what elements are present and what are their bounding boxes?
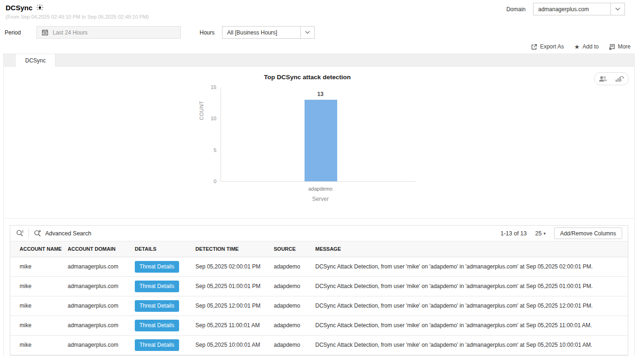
y-tick: 5: [203, 147, 216, 153]
column-header-account-name[interactable]: ACCOUNT NAME: [10, 241, 68, 257]
period-value: Last 24 Hours: [53, 29, 88, 36]
cell-account-domain: admanagerplus.com: [68, 296, 135, 316]
cell-account-name: mike: [10, 296, 68, 316]
table-toolbar: Advanced Search 1-13 of 13 25 ▾ Add/Remo…: [10, 226, 628, 241]
export-as-button[interactable]: Export As: [531, 43, 564, 50]
tab-label: DCSync: [25, 57, 46, 64]
y-tick: 10: [203, 116, 216, 121]
x-axis-title: Server: [304, 196, 337, 202]
more-icon: [609, 44, 615, 50]
star-icon: ★: [574, 44, 580, 50]
chart-view-toggle: [594, 72, 629, 85]
domain-selected-value: admanagerplus.com: [534, 3, 610, 15]
chart-refresh-view-button[interactable]: [611, 73, 628, 85]
threat-details-button[interactable]: Threat Details: [135, 320, 179, 331]
users-icon: [598, 76, 608, 82]
cell-account-domain: admanagerplus.com: [68, 276, 135, 296]
add-to-button[interactable]: ★ Add to: [574, 43, 598, 50]
cell-source: adapdemo: [274, 335, 315, 355]
toolbar-divider: [28, 229, 29, 238]
cell-details: Threat Details: [135, 276, 195, 296]
domain-control: Domain admanagerplus.com: [506, 3, 625, 15]
cell-account-domain: admanagerplus.com: [68, 335, 135, 355]
threat-details-button[interactable]: Threat Details: [135, 281, 179, 292]
table-row[interactable]: mike admanagerplus.com Threat Details Se…: [10, 335, 628, 355]
cell-message: DCSync Attack Detection, from user 'mike…: [315, 276, 628, 296]
chevron-down-icon: [610, 3, 624, 15]
more-button[interactable]: More: [609, 43, 631, 50]
bar-value-label: 13: [304, 91, 337, 97]
chevron-down-icon: [300, 27, 314, 38]
detections-table: ACCOUNT NAME ACCOUNT DOMAIN DETAILS DETE…: [10, 241, 628, 355]
tab-dcsync[interactable]: DCSync: [16, 54, 55, 67]
cell-detection-time: Sep 05,2025 10:00:01 AM: [195, 335, 274, 355]
page-title: DCSync: [6, 4, 33, 12]
column-header-details[interactable]: DETAILS: [135, 241, 195, 257]
export-icon: [531, 44, 537, 50]
table-row[interactable]: mike admanagerplus.com Threat Details Se…: [10, 257, 628, 276]
bar[interactable]: [305, 100, 337, 181]
page-size-value: 25: [535, 230, 542, 237]
pagination-range: 1-13 of 13: [500, 230, 527, 237]
advanced-search-button[interactable]: Advanced Search: [34, 229, 91, 237]
cell-message: DCSync Attack Detection, from user 'mike…: [315, 335, 628, 355]
domain-select[interactable]: admanagerplus.com: [533, 3, 625, 15]
cell-details: Threat Details: [135, 257, 195, 276]
filter-row: Period Last 24 Hours Hours All [Business…: [0, 26, 638, 39]
hours-selected-value: All [Business Hours]: [222, 27, 300, 38]
column-header-message[interactable]: MESSAGE: [315, 241, 628, 257]
cell-detection-time: Sep 05,2025 11:00:01 AM: [195, 316, 274, 335]
advanced-search-label: Advanced Search: [45, 230, 91, 237]
caret-down-icon: ▾: [543, 231, 546, 236]
table-row[interactable]: mike admanagerplus.com Threat Details Se…: [10, 316, 628, 335]
table-row[interactable]: mike admanagerplus.com Threat Details Se…: [10, 276, 628, 296]
page-header: DCSync (From Sep 04,2025 02:49:10 PM to …: [0, 0, 638, 20]
hours-label: Hours: [200, 29, 215, 36]
column-search-icon[interactable]: [16, 229, 24, 237]
page-size-dropdown[interactable]: 25 ▾: [535, 230, 546, 237]
cell-account-domain: admanagerplus.com: [68, 257, 135, 276]
column-header-account-domain[interactable]: ACCOUNT DOMAIN: [68, 241, 135, 257]
y-tick: 0: [203, 179, 216, 184]
period-picker[interactable]: Last 24 Hours: [36, 26, 181, 39]
attackers-view-button[interactable]: [595, 73, 611, 85]
cell-detection-time: Sep 05,2025 02:00:01 PM: [195, 257, 274, 276]
cell-source: adapdemo: [274, 257, 315, 276]
x-category-label: adapdemo: [304, 186, 337, 192]
threat-details-button[interactable]: Threat Details: [135, 261, 179, 273]
cell-details: Threat Details: [135, 335, 195, 355]
results-table-card: Advanced Search 1-13 of 13 25 ▾ Add/Remo…: [10, 225, 628, 356]
threat-details-button[interactable]: Threat Details: [135, 339, 179, 351]
cell-message: DCSync Attack Detection, from user 'mike…: [315, 296, 628, 316]
cell-source: adapdemo: [274, 276, 315, 296]
column-header-source[interactable]: SOURCE: [274, 241, 315, 257]
add-remove-columns-button[interactable]: Add/Remove Columns: [554, 227, 622, 239]
bulb-icon[interactable]: [36, 4, 43, 11]
cell-message: DCSync Attack Detection, from user 'mike…: [315, 316, 628, 335]
chart-title: Top DCSync attack detection: [264, 74, 351, 81]
main-panel: DCSync Top DCSync attack detection: [3, 54, 635, 356]
cell-source: adapdemo: [274, 296, 315, 316]
cell-account-name: mike: [10, 257, 68, 276]
add-to-label: Add to: [583, 43, 599, 50]
more-label: More: [618, 43, 631, 50]
threat-details-button[interactable]: Threat Details: [135, 300, 179, 312]
export-as-label: Export As: [540, 43, 564, 50]
y-tick: 15: [203, 84, 216, 90]
cell-account-name: mike: [10, 276, 68, 296]
actions-row: Export As ★ Add to More: [0, 39, 638, 54]
cell-message: DCSync Attack Detection, from user 'mike…: [315, 257, 628, 276]
table-row[interactable]: mike admanagerplus.com Threat Details Se…: [10, 296, 628, 316]
hours-select[interactable]: All [Business Hours]: [222, 26, 315, 39]
tab-bar: DCSync: [4, 54, 634, 67]
cell-details: Threat Details: [135, 316, 195, 335]
cell-account-name: mike: [10, 316, 68, 335]
cell-detection-time: Sep 05,2025 01:00:01 PM: [195, 276, 274, 296]
calendar-icon: [37, 29, 53, 35]
cell-source: adapdemo: [274, 316, 315, 335]
domain-label: Domain: [506, 6, 526, 13]
column-header-detection-time[interactable]: DETECTION TIME: [195, 241, 274, 257]
period-label: Period: [5, 29, 36, 36]
chart-section: Top DCSync attack detection: [4, 67, 634, 219]
table-body: mike admanagerplus.com Threat Details Se…: [10, 257, 628, 355]
